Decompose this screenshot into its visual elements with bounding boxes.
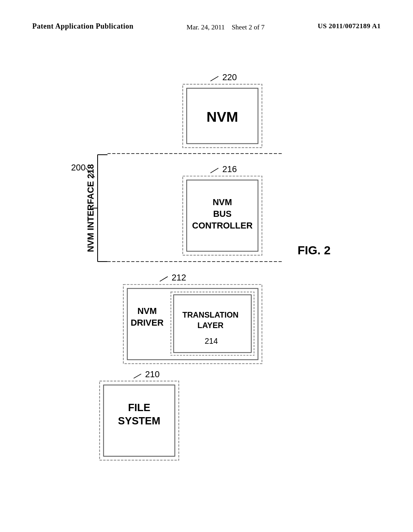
nvm-bus-ctrl-label-3: CONTROLLER bbox=[192, 220, 252, 231]
svg-line-2 bbox=[160, 276, 168, 281]
ref-220: 220 bbox=[222, 72, 237, 82]
page: Patent Application Publication Mar. 24, … bbox=[0, 0, 413, 532]
diagram-area: 220 NVM 216 NVM BUS CONTROLLER 212 bbox=[24, 64, 389, 500]
ref-216: 216 bbox=[222, 164, 237, 174]
header-right-patent: US 2011/0072189 A1 bbox=[318, 22, 381, 30]
translation-label-1: TRANSLATION bbox=[182, 310, 238, 319]
file-system-label-1: FILE bbox=[128, 402, 150, 413]
header-sheet: Sheet 2 of 7 bbox=[232, 23, 265, 31]
header-left-label: Patent Application Publication bbox=[32, 22, 133, 31]
header-date: Mar. 24, 2011 bbox=[187, 23, 225, 31]
header: Patent Application Publication Mar. 24, … bbox=[0, 22, 413, 33]
nvm-bus-ctrl-label-1: NVM bbox=[213, 197, 232, 207]
diagram-svg: 220 NVM 216 NVM BUS CONTROLLER 212 bbox=[24, 64, 389, 500]
svg-line-1 bbox=[211, 168, 219, 173]
nvm-interface-label: NVM INTERFACE 218 bbox=[86, 164, 96, 252]
ref-212: 212 bbox=[172, 272, 186, 283]
svg-line-3 bbox=[133, 374, 141, 378]
file-system-label-2: SYSTEM bbox=[118, 415, 161, 426]
ref-214: 214 bbox=[204, 337, 218, 345]
svg-line-0 bbox=[211, 76, 219, 81]
figure-label: FIG. 2 bbox=[298, 243, 331, 257]
translation-label-2: LAYER bbox=[197, 321, 223, 330]
nvm-label: NVM bbox=[206, 109, 238, 125]
ref-200: 200 bbox=[71, 162, 86, 172]
header-center: Mar. 24, 2011 Sheet 2 of 7 bbox=[187, 22, 265, 33]
ref-210: 210 bbox=[145, 369, 160, 379]
nvm-driver-label-2: DRIVER bbox=[131, 318, 164, 328]
nvm-driver-label-1: NVM bbox=[138, 306, 157, 316]
nvm-bus-ctrl-label-2: BUS bbox=[213, 209, 232, 219]
